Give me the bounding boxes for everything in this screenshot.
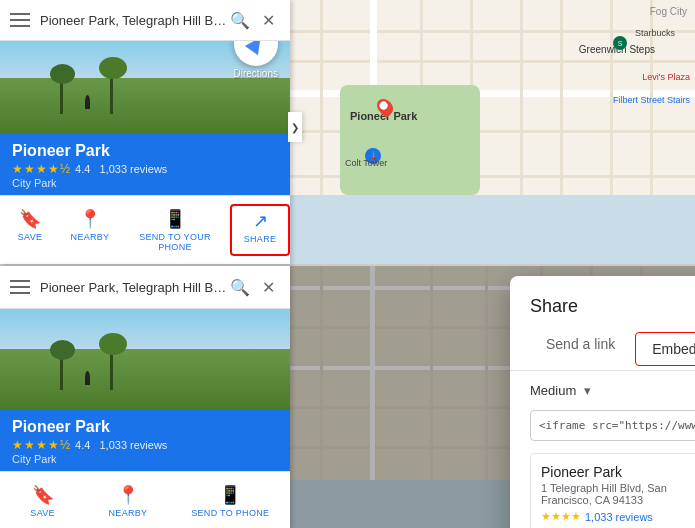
stars-top: ★★★★½ bbox=[12, 162, 71, 176]
collapse-arrow[interactable]: ❯ bbox=[288, 112, 302, 142]
map-preview: Pioneer Park 1 Telegraph Hill Blvd, San … bbox=[530, 453, 695, 528]
place-type-bottom: City Park bbox=[12, 453, 278, 465]
send-to-phone-button[interactable]: 📱 SEND TO YOUR PHONE bbox=[120, 204, 230, 256]
phone-icon: 📱 bbox=[164, 208, 186, 230]
place-name-top: Pioneer Park bbox=[12, 142, 278, 160]
nearby-icon-bottom: 📍 bbox=[117, 484, 139, 506]
bottom-panel: Pioneer Park, Telegraph Hill Boul 🔍 ✕ Pi… bbox=[0, 264, 695, 528]
save-button-bottom[interactable]: 🔖 SAVE bbox=[13, 480, 73, 522]
map-pin bbox=[378, 98, 392, 116]
search-text-bottom: Pioneer Park, Telegraph Hill Boul bbox=[40, 280, 228, 295]
sidebar-bottom: Pioneer Park, Telegraph Hill Boul 🔍 ✕ Pi… bbox=[0, 266, 290, 528]
send-icon-bottom: 📱 bbox=[219, 484, 241, 506]
map-area-top: Fog City Pioneer Park 🗼 Colt Tower Green… bbox=[290, 0, 695, 264]
send-to-phone-label: SEND TO YOUR PHONE bbox=[128, 232, 222, 252]
preview-address: 1 Telegraph Hill Blvd, San Francisco, CA… bbox=[541, 482, 695, 506]
close-button[interactable]: ✕ bbox=[256, 8, 280, 32]
share-modal-title: Share bbox=[530, 296, 578, 317]
share-body: Medium ▾ <iframe src="https://www.google… bbox=[510, 371, 695, 528]
share-tabs: Send a link Embed a map bbox=[510, 328, 695, 371]
html-input[interactable]: <iframe src="https://www.google.com/maps… bbox=[530, 410, 695, 441]
share-button-top[interactable]: ↗ SHARE bbox=[230, 204, 290, 256]
share-modal: Share × Send a link Embed a map Medium ▾… bbox=[510, 276, 695, 528]
preview-stars: ★★★★ bbox=[541, 510, 581, 523]
preview-reviews: 1,033 reviews bbox=[585, 511, 653, 523]
place-type-top: City Park bbox=[12, 177, 278, 189]
place-info-top: Pioneer Park ★★★★½ 4.4 1,033 reviews Cit… bbox=[0, 134, 290, 195]
hamburger-icon-bottom[interactable] bbox=[10, 280, 30, 294]
save-icon: 🔖 bbox=[19, 208, 41, 230]
preview-place-name: Pioneer Park bbox=[541, 464, 695, 480]
search-button-bottom[interactable]: 🔍 bbox=[228, 275, 252, 299]
nearby-label: NEARBY bbox=[71, 232, 110, 242]
map-preview-left: Pioneer Park 1 Telegraph Hill Blvd, San … bbox=[531, 454, 695, 528]
hamburger-icon[interactable] bbox=[10, 13, 30, 27]
size-label: Medium bbox=[530, 383, 576, 398]
place-info-bottom: Pioneer Park ★★★★½ 4.4 1,033 reviews Cit… bbox=[0, 410, 290, 471]
tab-embed-map[interactable]: Embed a map bbox=[635, 332, 695, 366]
directions-button[interactable]: Directions bbox=[234, 41, 278, 79]
levis-label: Levi's Plaza bbox=[642, 72, 690, 82]
close-button-bottom[interactable]: ✕ bbox=[256, 275, 280, 299]
place-image-bottom bbox=[0, 309, 290, 410]
top-panel: Pioneer Park, Telegraph Hill Boul 🔍 ✕ Di… bbox=[0, 0, 695, 264]
starbucks-marker: S bbox=[613, 36, 627, 50]
nearby-label-bottom: NEARBY bbox=[109, 508, 148, 518]
preview-rating-row: ★★★★ 1,033 reviews bbox=[541, 510, 695, 523]
size-dropdown-arrow: ▾ bbox=[584, 383, 591, 398]
action-buttons-bottom: 🔖 SAVE 📍 NEARBY 📱 SEND TO PHONE bbox=[0, 471, 290, 528]
colt-tower-label: Colt Tower bbox=[345, 158, 387, 168]
map-background-top[interactable]: Fog City Pioneer Park 🗼 Colt Tower Green… bbox=[290, 0, 695, 264]
search-bar-bottom: Pioneer Park, Telegraph Hill Boul 🔍 ✕ bbox=[0, 266, 290, 309]
tab-send-link[interactable]: Send a link bbox=[530, 328, 631, 371]
place-image: Directions bbox=[0, 41, 290, 134]
place-rating-row-bottom: ★★★★½ 4.4 1,033 reviews bbox=[12, 438, 278, 452]
share-modal-overlay: Share × Send a link Embed a map Medium ▾… bbox=[290, 266, 695, 528]
nearby-icon: 📍 bbox=[79, 208, 101, 230]
save-label: SAVE bbox=[18, 232, 43, 242]
nearby-button-top[interactable]: 📍 NEARBY bbox=[60, 204, 120, 256]
filbert-label: Filbert Street Stairs bbox=[613, 95, 690, 105]
directions-label: Directions bbox=[234, 68, 278, 79]
share-label: SHARE bbox=[244, 234, 277, 244]
share-icon: ↗ bbox=[253, 210, 268, 232]
save-button-top[interactable]: 🔖 SAVE bbox=[0, 204, 60, 256]
rating-num-top: 4.4 1,033 reviews bbox=[75, 163, 167, 175]
place-rating-row-top: ★★★★½ 4.4 1,033 reviews bbox=[12, 162, 278, 176]
rating-num-bottom: 4.4 1,033 reviews bbox=[75, 439, 167, 451]
fog-city-label: Fog City bbox=[650, 6, 687, 17]
search-button[interactable]: 🔍 bbox=[228, 8, 252, 32]
send-label-bottom: SEND TO PHONE bbox=[191, 508, 269, 518]
nearby-button-bottom[interactable]: 📍 NEARBY bbox=[98, 480, 158, 522]
save-icon-bottom: 🔖 bbox=[32, 484, 54, 506]
save-label-bottom: SAVE bbox=[30, 508, 55, 518]
sidebar-top: Pioneer Park, Telegraph Hill Boul 🔍 ✕ Di… bbox=[0, 0, 290, 264]
search-bar: Pioneer Park, Telegraph Hill Boul 🔍 ✕ bbox=[0, 0, 290, 41]
place-name-bottom: Pioneer Park bbox=[12, 418, 278, 436]
size-row: Medium ▾ bbox=[530, 383, 695, 398]
bottom-right-area: Share × Send a link Embed a map Medium ▾… bbox=[290, 266, 695, 528]
share-modal-header: Share × bbox=[510, 276, 695, 328]
html-row: <iframe src="https://www.google.com/maps… bbox=[530, 408, 695, 443]
stars-bottom: ★★★★½ bbox=[12, 438, 71, 452]
send-button-bottom[interactable]: 📱 SEND TO PHONE bbox=[183, 480, 277, 522]
directions-circle bbox=[234, 41, 278, 66]
starbucks-label: Starbucks bbox=[635, 28, 675, 38]
action-buttons-top: 🔖 SAVE 📍 NEARBY 📱 SEND TO YOUR PHONE ↗ S… bbox=[0, 195, 290, 264]
directions-arrow-icon bbox=[245, 41, 267, 55]
search-text: Pioneer Park, Telegraph Hill Boul bbox=[40, 13, 228, 28]
